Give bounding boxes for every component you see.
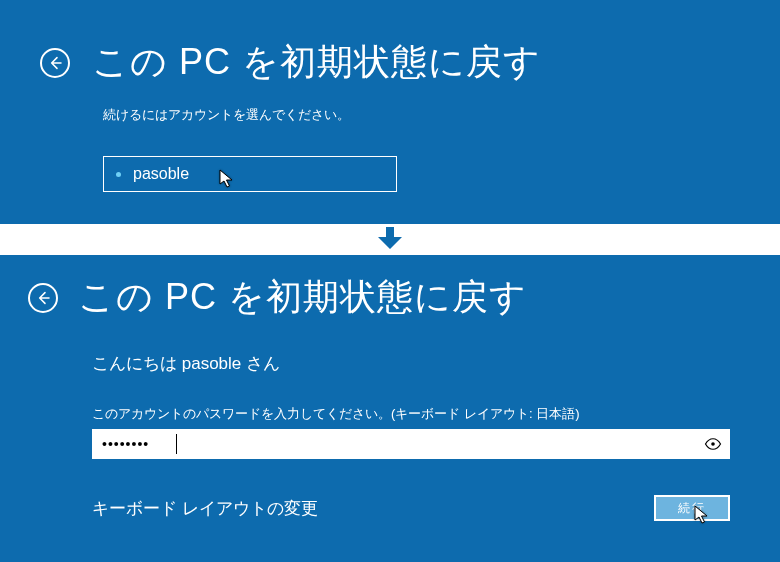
- panel-account-select: この PC を初期状態に戻す 続けるにはアカウントを選んでください。 pasob…: [0, 0, 780, 224]
- page-title: この PC を初期状態に戻す: [92, 38, 541, 87]
- text-caret-icon: [176, 434, 177, 454]
- password-field-wrapper: [92, 429, 730, 459]
- back-button[interactable]: [28, 283, 58, 313]
- account-bullet-icon: [116, 172, 121, 177]
- eye-icon: [704, 435, 722, 453]
- greeting-text: こんにちは pasoble さん: [92, 352, 740, 375]
- password-input[interactable]: [92, 429, 696, 459]
- separator: [0, 224, 780, 255]
- account-name-label: pasoble: [133, 165, 189, 183]
- page-title: この PC を初期状態に戻す: [78, 273, 527, 322]
- back-button[interactable]: [40, 48, 70, 78]
- panel-password-entry: この PC を初期状態に戻す こんにちは pasoble さん このアカウントの…: [0, 255, 780, 562]
- account-item[interactable]: pasoble: [103, 156, 397, 192]
- continue-button[interactable]: 続行: [654, 495, 730, 521]
- down-arrow-icon: [376, 227, 404, 253]
- password-reveal-button[interactable]: [696, 435, 730, 453]
- instruction-text: このアカウントのパスワードを入力してください。(キーボード レイアウト: 日本語…: [92, 405, 740, 423]
- subtitle-text: 続けるにはアカウントを選んでください。: [103, 107, 740, 124]
- back-arrow-icon: [47, 55, 63, 71]
- keyboard-layout-link[interactable]: キーボード レイアウトの変更: [92, 497, 318, 520]
- svg-point-0: [711, 442, 715, 446]
- title-row: この PC を初期状態に戻す: [40, 38, 740, 87]
- back-arrow-icon: [35, 290, 51, 306]
- footer-row: キーボード レイアウトの変更 続行: [92, 495, 730, 521]
- title-row: この PC を初期状態に戻す: [28, 273, 740, 322]
